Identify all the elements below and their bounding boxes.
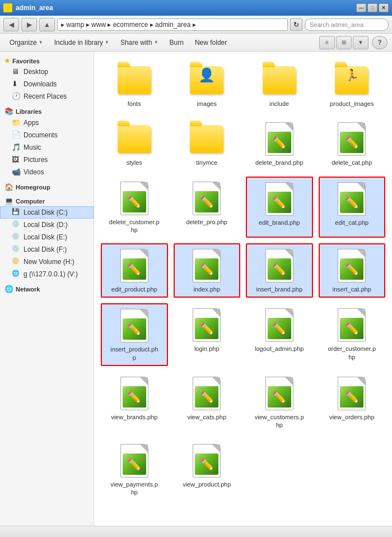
file-label: login.php <box>194 345 220 353</box>
file-icon: 👤 <box>189 62 225 98</box>
include-library-button[interactable]: Include in library ▼ <box>49 35 114 50</box>
refresh-button[interactable]: ↻ <box>290 18 302 31</box>
minimize-button[interactable]: — <box>356 3 366 12</box>
file-label: view_payments.php <box>109 480 160 497</box>
sidebar-item-videos[interactable]: 📹 Videos <box>0 166 94 178</box>
favorites-header: ★ Favorites <box>0 55 94 66</box>
file-item[interactable]: include <box>246 58 313 112</box>
file-item[interactable]: ✏️insert_cat.php <box>319 243 386 298</box>
apps-icon: 📁 <box>12 118 21 127</box>
sidebar-item-network-v[interactable]: 🌐 g (\\127.0.0.1) (V:) <box>0 268 94 280</box>
file-item[interactable]: ✏️view_cats.php <box>174 372 241 433</box>
file-item[interactable]: 🏃product_images <box>319 58 386 112</box>
file-item[interactable]: ✏️index.php <box>174 243 241 298</box>
file-item[interactable]: fonts <box>101 58 168 112</box>
file-item[interactable]: ✏️view_payments.php <box>101 439 168 501</box>
file-label: logout_admin.php <box>255 345 304 353</box>
up-button[interactable]: ▲ <box>39 18 55 31</box>
file-item[interactable]: ✏️view_customers.php <box>246 372 313 433</box>
address-path[interactable]: ▸ wamp ▸ www ▸ ecommerce ▸ admin_area ▸ <box>57 18 288 31</box>
file-label: view_product.php <box>183 480 231 488</box>
file-item[interactable]: ✏️login.php <box>174 303 241 366</box>
file-label: product_images <box>330 100 374 108</box>
organize-dropdown-arrow: ▼ <box>39 40 43 45</box>
organize-button[interactable]: Organize ▼ <box>4 35 48 50</box>
back-button[interactable]: ◀ <box>3 18 19 31</box>
network-icon: 🌐 <box>4 285 13 293</box>
title-bar: admin_area — □ ✕ <box>0 0 392 16</box>
star-icon: ★ <box>4 57 10 64</box>
file-item[interactable]: ✏️edit_cat.php <box>319 177 386 238</box>
file-item[interactable]: ✏️view_orders.php <box>319 372 386 433</box>
sidebar-item-new-volume-h[interactable]: 📀 New Volume (H:) <box>0 256 94 268</box>
forward-button[interactable]: ▶ <box>21 18 37 31</box>
file-item[interactable]: ✏️insert_brand.php <box>246 243 313 298</box>
file-item[interactable]: ✏️delete_brand.php <box>246 117 313 170</box>
file-icon: ✏️ <box>189 443 225 479</box>
sidebar-item-local-f[interactable]: 💿 Local Disk (F:) <box>0 243 94 256</box>
view-icons-button[interactable]: ⊞ <box>336 36 352 49</box>
sidebar-item-desktop[interactable]: 🖥 Desktop <box>0 66 94 78</box>
file-item[interactable]: 👤images <box>174 58 241 112</box>
new-folder-button[interactable]: New folder <box>190 35 232 50</box>
view-dropdown-button[interactable]: ▼ <box>353 36 368 49</box>
file-icon: ✏️ <box>189 248 225 284</box>
file-icon: ✏️ <box>116 180 152 216</box>
file-icon: ✏️ <box>334 121 370 157</box>
view-details-button[interactable]: ≡ <box>319 36 335 49</box>
window-controls[interactable]: — □ ✕ <box>356 3 389 12</box>
search-box[interactable]: Search admin_area <box>305 18 389 31</box>
videos-icon: 📹 <box>12 168 21 177</box>
help-button[interactable]: ? <box>372 36 388 49</box>
main-layout: ★ Favorites 🖥 Desktop ⬇ Downloads 🕐 Rece… <box>0 52 392 526</box>
file-icon: ✏️ <box>334 181 370 217</box>
file-item[interactable]: ✏️edit_brand.php <box>246 177 313 238</box>
network-header: 🌐 Network <box>0 283 94 294</box>
sidebar-item-apps[interactable]: 📁 Apps <box>0 117 94 129</box>
file-label: insert_cat.php <box>333 285 371 293</box>
content-area[interactable]: fonts👤imagesinclude🏃product_imagesstyles… <box>94 52 392 526</box>
file-item[interactable]: ✏️view_product.php <box>174 439 241 501</box>
hdd-f-icon: 💿 <box>12 245 21 254</box>
file-icon <box>116 62 152 98</box>
sidebar-item-downloads[interactable]: ⬇ Downloads <box>0 78 94 90</box>
file-item[interactable]: ✏️order_customer.php <box>319 303 386 366</box>
file-icon: ✏️ <box>334 248 370 284</box>
file-item[interactable]: ✏️delete_cat.php <box>319 117 386 170</box>
favorites-section: ★ Favorites 🖥 Desktop ⬇ Downloads 🕐 Rece… <box>0 55 94 103</box>
sidebar: ★ Favorites 🖥 Desktop ⬇ Downloads 🕐 Rece… <box>0 52 94 526</box>
sidebar-item-documents[interactable]: 📄 Documents <box>0 129 94 141</box>
documents-icon: 📄 <box>12 131 21 140</box>
homegroup-section: 🏠 Homegroup <box>0 180 94 192</box>
file-item[interactable]: ✏️delete_customer.php <box>101 177 168 238</box>
file-item[interactable]: ✏️logout_admin.php <box>246 303 313 366</box>
file-label: view_cats.php <box>187 413 226 421</box>
sidebar-item-pictures[interactable]: 🖼 Pictures <box>0 154 94 166</box>
close-button[interactable]: ✕ <box>379 3 389 12</box>
sidebar-item-music[interactable]: 🎵 Music <box>0 141 94 154</box>
computer-section: 💻 Computer 💾 Local Disk (C:) 💿 Local Dis… <box>0 195 94 280</box>
hdd-e-icon: 💿 <box>12 233 21 242</box>
maximize-button[interactable]: □ <box>367 3 377 12</box>
file-item[interactable]: ✏️insert_product.php <box>101 303 168 366</box>
file-label: insert_product.php <box>109 345 160 362</box>
network-section: 🌐 Network <box>0 283 94 294</box>
desktop-icon: 🖥 <box>12 67 21 76</box>
sidebar-item-local-d[interactable]: 💿 Local Disk (D:) <box>0 219 94 231</box>
sidebar-item-local-c[interactable]: 💾 Local Disk (C:) <box>0 206 94 219</box>
sidebar-item-local-e[interactable]: 💿 Local Disk (E:) <box>0 231 94 243</box>
file-item[interactable]: ✏️view_brands.php <box>101 372 168 433</box>
share-with-button[interactable]: Share with ▼ <box>115 35 164 50</box>
file-item[interactable]: tinymce <box>174 117 241 170</box>
burn-button[interactable]: Burn <box>165 35 189 50</box>
file-label: styles <box>127 159 142 166</box>
status-bar <box>0 526 392 537</box>
file-item[interactable]: ✏️delete_pro.php <box>174 177 241 238</box>
sidebar-item-recent-places[interactable]: 🕐 Recent Places <box>0 90 94 103</box>
file-item[interactable]: ✏️edit_product.php <box>101 243 168 298</box>
window-title: admin_area <box>16 4 356 12</box>
files-grid: fonts👤imagesinclude🏃product_imagesstyles… <box>99 56 388 502</box>
hdd-v-icon: 🌐 <box>12 270 21 279</box>
search-placeholder: Search admin_area <box>310 21 363 28</box>
file-item[interactable]: styles <box>101 117 168 170</box>
